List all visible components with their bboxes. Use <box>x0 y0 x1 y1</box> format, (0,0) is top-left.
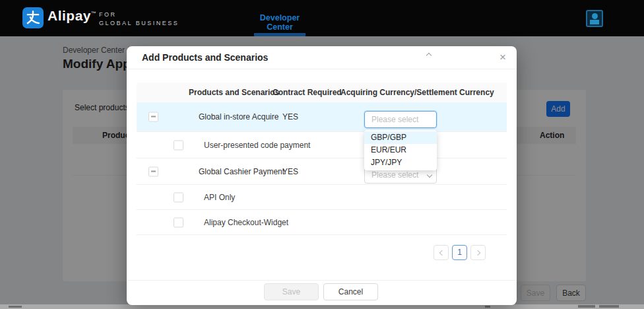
screen-edge-strip <box>0 304 644 309</box>
alipay-logo-icon <box>22 7 44 28</box>
screen-edge-artifact <box>599 305 619 308</box>
brand-name: Alipay™ <box>48 8 97 24</box>
modal-title: Add Products and Scenarios <box>142 46 268 69</box>
dropdown-option-gbp[interactable]: GBP/GBP <box>364 131 437 144</box>
row-checkbox[interactable] <box>174 192 183 202</box>
screen-edge-artifact <box>9 306 22 308</box>
modal-save-button[interactable]: Save <box>264 283 319 300</box>
contract-required-value: YES <box>282 167 298 176</box>
add-products-modal: Add Products and Scenarios × Products an… <box>127 46 517 305</box>
pagination-next-button[interactable] <box>470 245 486 260</box>
trademark: ™ <box>91 11 97 17</box>
chevron-right-icon <box>475 250 480 256</box>
table-row-global-cashier-payment: Global Cashier Payment YES <box>137 158 507 185</box>
modal-footer-divider <box>127 280 517 281</box>
table-row-api-only: API Only <box>137 185 507 210</box>
chevron-left-icon <box>439 250 445 256</box>
row-checkbox-indeterminate[interactable] <box>148 112 158 122</box>
chevron-up-icon <box>426 53 432 58</box>
row-label: Alipay Checkout-Widget <box>204 218 288 227</box>
currency-select-open[interactable]: Please select <box>364 111 437 128</box>
nav-active-underline <box>254 33 306 36</box>
contract-required-value: YES <box>282 112 298 121</box>
modal-table-header: Products and Scenarios Contract Required… <box>137 83 507 102</box>
table-row-alipay-checkout-widget: Alipay Checkout-Widget <box>137 210 507 235</box>
modal-cancel-button[interactable]: Cancel <box>323 283 378 300</box>
currency-dropdown-panel: GBP/GBP EUR/EUR JPY/JPY <box>364 130 437 170</box>
dropdown-option-eur[interactable]: EUR/EUR <box>364 144 437 156</box>
screen-edge-artifact <box>485 306 490 308</box>
column-acquiring-currency: Acquiring Currency/Settlement Currency <box>340 83 494 102</box>
column-contract-required: Contract Required <box>273 83 342 102</box>
screen: Developer Center / M Modify Appli Select… <box>0 0 644 309</box>
top-header: Alipay™ FOR GLOBAL BUSINESS Developer Ce… <box>0 0 644 36</box>
avatar-head <box>592 13 598 19</box>
nav-developer-center[interactable]: Developer Center <box>249 13 310 32</box>
close-icon[interactable]: × <box>499 50 506 65</box>
row-label: Global Cashier Payment <box>199 167 284 176</box>
pagination-prev-button[interactable] <box>434 245 449 260</box>
avatar-body <box>590 20 599 24</box>
row-label: Global in-store Acquire <box>199 112 278 121</box>
pagination-page-1[interactable]: 1 <box>452 245 467 260</box>
row-label: API Only <box>204 193 235 202</box>
table-row-global-instore-acquire: Global in-store Acquire YES <box>137 102 507 132</box>
column-products-scenarios: Products and Scenarios <box>189 83 279 102</box>
row-checkbox-indeterminate[interactable] <box>148 166 158 176</box>
row-label: User-presented code payment <box>204 141 310 150</box>
brand-suffix: FOR GLOBAL BUSINESS <box>99 11 179 28</box>
user-avatar-icon[interactable] <box>586 10 603 27</box>
modal-title-divider <box>127 69 517 69</box>
dropdown-option-jpy[interactable]: JPY/JPY <box>364 156 437 169</box>
screen-edge-artifact <box>578 305 595 308</box>
pagination: 1 <box>434 245 486 260</box>
row-checkbox[interactable] <box>174 217 183 227</box>
table-row-user-presented-code: User-presented code payment <box>137 132 507 158</box>
row-checkbox[interactable] <box>174 140 183 150</box>
